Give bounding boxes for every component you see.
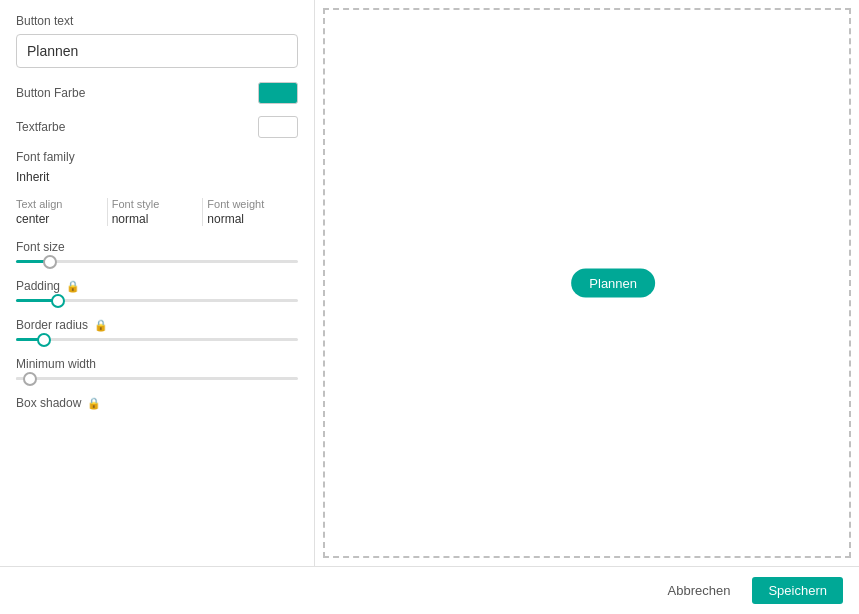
font-size-label: Font size [16,240,65,254]
font-weight-value: normal [207,212,290,226]
font-family-label: Font family [16,150,298,164]
preview-panel: Plannen [323,8,851,558]
cancel-button[interactable]: Abbrechen [658,577,741,604]
font-weight-col: Font weight normal [207,198,298,226]
padding-lock-icon[interactable]: 🔒 [66,279,80,293]
min-width-thumb[interactable] [23,372,37,386]
typography-row: Text align center Font style normal Font… [16,198,298,226]
font-style-value: normal [112,212,195,226]
padding-section: Padding 🔒 [16,279,298,302]
padding-thumb[interactable] [51,294,65,308]
footer: Abbrechen Speichern [0,566,859,614]
font-size-track[interactable] [16,260,298,263]
min-width-section: Minimum width [16,357,298,380]
preview-button[interactable]: Plannen [571,269,655,298]
box-shadow-lock-icon[interactable]: 🔒 [87,396,101,410]
font-family-section: Font family Inherit [16,150,298,184]
font-size-section: Font size [16,240,298,263]
box-shadow-label: Box shadow [16,396,81,410]
padding-track[interactable] [16,299,298,302]
text-align-col: Text align center [16,198,108,226]
font-style-col: Font style normal [112,198,204,226]
textfarbe-label: Textfarbe [16,120,65,134]
border-radius-label: Border radius [16,318,88,332]
border-radius-track[interactable] [16,338,298,341]
font-family-value: Inherit [16,170,298,184]
left-panel: Button text Button Farbe Textfarbe Font … [0,0,315,566]
font-size-thumb[interactable] [43,255,57,269]
border-radius-thumb[interactable] [37,333,51,347]
text-align-value: center [16,212,99,226]
box-shadow-section: Box shadow 🔒 [16,396,298,410]
min-width-label: Minimum width [16,357,96,371]
save-button[interactable]: Speichern [752,577,843,604]
font-weight-label: Font weight [207,198,290,210]
padding-label: Padding [16,279,60,293]
button-text-input[interactable] [16,34,298,68]
border-radius-lock-icon[interactable]: 🔒 [94,318,108,332]
textfarbe-swatch[interactable] [258,116,298,138]
button-text-label: Button text [16,14,298,28]
min-width-track[interactable] [16,377,298,380]
font-style-label: Font style [112,198,195,210]
border-radius-section: Border radius 🔒 [16,318,298,341]
text-align-label: Text align [16,198,99,210]
button-farbe-swatch[interactable] [258,82,298,104]
button-farbe-label: Button Farbe [16,86,85,100]
